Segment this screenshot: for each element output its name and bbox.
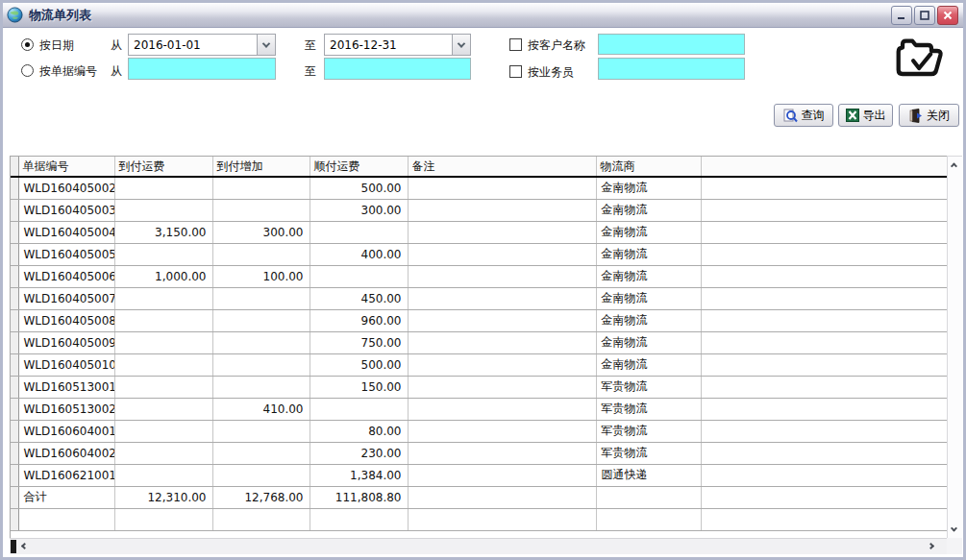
cell[interactable]: 1,000.00 <box>114 265 212 287</box>
cell[interactable]: 金南物流 <box>596 353 701 376</box>
cell[interactable]: 100.00 <box>212 265 310 287</box>
cell[interactable] <box>408 420 596 442</box>
salesman-input[interactable] <box>598 58 745 80</box>
cell[interactable] <box>408 442 596 464</box>
cell[interactable] <box>701 265 947 287</box>
row-selector[interactable] <box>11 420 18 442</box>
cell[interactable] <box>596 508 701 530</box>
cell[interactable] <box>212 199 310 221</box>
cell[interactable] <box>212 508 310 530</box>
cell[interactable] <box>212 420 310 442</box>
row-selector[interactable] <box>11 442 18 464</box>
cell[interactable] <box>114 243 212 265</box>
cell[interactable] <box>114 508 212 530</box>
cell[interactable] <box>408 309 596 331</box>
maximize-button[interactable] <box>914 6 935 25</box>
column-header[interactable] <box>701 157 947 177</box>
cell[interactable] <box>701 221 947 243</box>
cell[interactable] <box>408 199 596 221</box>
cell[interactable] <box>701 309 947 331</box>
cell[interactable]: 金南物流 <box>596 331 701 353</box>
title-bar[interactable]: 物流单列表 <box>3 3 963 28</box>
cell[interactable]: 军贵物流 <box>596 398 701 420</box>
column-header[interactable]: 到付运费 <box>114 157 212 177</box>
cell[interactable]: 400.00 <box>310 243 408 265</box>
cell[interactable] <box>310 265 408 287</box>
date-from-combo[interactable]: 2016-01-01 <box>128 34 276 56</box>
date-from-dropdown-button[interactable] <box>257 35 275 55</box>
cell[interactable] <box>212 243 310 265</box>
cell[interactable] <box>114 353 212 376</box>
cell[interactable] <box>408 265 596 287</box>
date-to-combo[interactable]: 2016-12-31 <box>324 34 471 56</box>
cell[interactable] <box>408 508 596 530</box>
cell[interactable] <box>212 442 310 464</box>
cell[interactable]: 军贵物流 <box>596 376 701 398</box>
cell[interactable]: WLD160405005 <box>18 243 114 265</box>
cell[interactable]: 111,808.80 <box>310 486 408 508</box>
cell[interactable]: 230.00 <box>310 442 408 464</box>
column-header[interactable]: 顺付运费 <box>310 157 408 177</box>
row-selector[interactable] <box>11 265 18 287</box>
cell[interactable]: WLD160405008 <box>18 309 114 331</box>
cell[interactable] <box>701 398 947 420</box>
cell[interactable] <box>310 508 408 530</box>
cell[interactable]: 500.00 <box>310 353 408 376</box>
cell[interactable] <box>596 486 701 508</box>
cell[interactable]: 500.00 <box>310 177 408 199</box>
column-header[interactable]: 到付增加 <box>212 157 310 177</box>
row-selector[interactable] <box>11 464 18 486</box>
table-row[interactable]: WLD160405005400.00金南物流 <box>11 243 947 265</box>
cell[interactable]: 450.00 <box>310 287 408 309</box>
cell[interactable] <box>114 309 212 331</box>
cell[interactable]: 军贵物流 <box>596 442 701 464</box>
horizontal-scrollbar[interactable] <box>10 538 947 554</box>
doc-from-input[interactable] <box>128 58 276 80</box>
cell[interactable] <box>701 177 947 199</box>
cell[interactable] <box>408 221 596 243</box>
row-selector[interactable] <box>11 199 18 221</box>
column-header[interactable]: 单据编号 <box>18 157 114 177</box>
cell[interactable]: 300.00 <box>212 221 310 243</box>
table-row[interactable]: WLD160604002230.00军贵物流 <box>11 442 947 464</box>
cell[interactable]: WLD160405003 <box>18 199 114 221</box>
cell[interactable]: 1,384.00 <box>310 464 408 486</box>
cell[interactable] <box>701 508 947 530</box>
scroll-left-icon[interactable] <box>21 543 28 549</box>
folder-check-icon[interactable] <box>892 34 948 80</box>
cell[interactable]: WLD160513002 <box>18 398 114 420</box>
cell[interactable] <box>212 177 310 199</box>
radio-by-date[interactable] <box>21 38 34 51</box>
row-selector[interactable] <box>11 486 18 508</box>
cell[interactable]: 960.00 <box>310 309 408 331</box>
cell[interactable]: WLD160405009 <box>18 331 114 353</box>
cell[interactable] <box>18 508 114 530</box>
table-row[interactable] <box>11 508 947 530</box>
cell[interactable] <box>212 331 310 353</box>
cell[interactable]: 12,310.00 <box>114 486 212 508</box>
table-row[interactable]: WLD160513001150.00军贵物流 <box>11 376 947 398</box>
cell[interactable] <box>212 287 310 309</box>
close-window-button[interactable]: 关闭 <box>899 104 959 127</box>
cell[interactable] <box>310 221 408 243</box>
cell[interactable]: 3,150.00 <box>114 221 212 243</box>
cell[interactable] <box>114 376 212 398</box>
radio-by-doc[interactable] <box>21 64 34 77</box>
row-selector[interactable] <box>11 221 18 243</box>
cell[interactable]: 金南物流 <box>596 309 701 331</box>
customer-name-input[interactable] <box>598 34 745 55</box>
row-selector[interactable] <box>11 309 18 331</box>
cell[interactable]: WLD160405004 <box>18 221 114 243</box>
row-selector[interactable] <box>11 331 18 353</box>
cell[interactable]: 12,768.00 <box>212 486 310 508</box>
row-selector[interactable] <box>11 177 18 199</box>
table-row[interactable]: WLD160405010500.00金南物流 <box>11 353 947 376</box>
row-selector[interactable] <box>11 376 18 398</box>
table-row[interactable]: WLD1606210011,384.00圆通快递 <box>11 464 947 486</box>
table-row[interactable]: WLD1604050043,150.00300.00金南物流 <box>11 221 947 243</box>
row-selector[interactable] <box>11 508 18 530</box>
cell[interactable]: WLD160405007 <box>18 287 114 309</box>
table-row[interactable]: WLD160405009750.00金南物流 <box>11 331 947 353</box>
cell[interactable] <box>408 287 596 309</box>
cell[interactable]: 金南物流 <box>596 221 701 243</box>
